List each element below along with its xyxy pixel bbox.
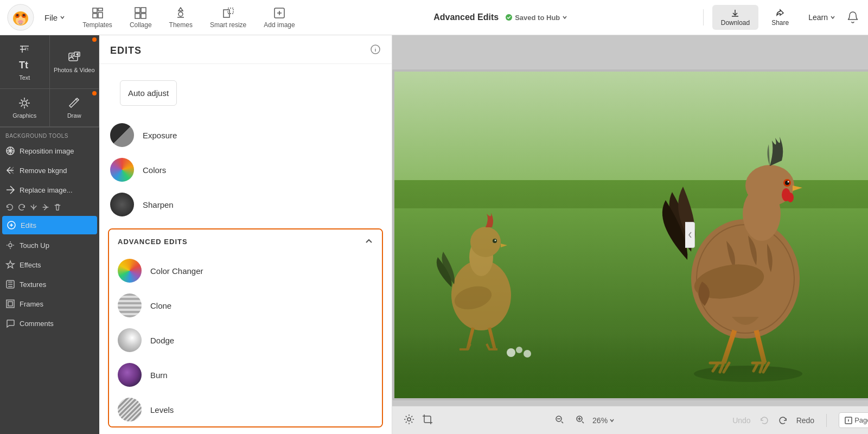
clone-item[interactable]: Clone — [109, 288, 382, 323]
collage-tool[interactable]: Collage — [122, 3, 159, 32]
burn-icon — [118, 363, 142, 387]
redo-icon[interactable] — [778, 416, 788, 425]
burn-item[interactable]: Burn — [109, 358, 382, 392]
grass-overlay — [394, 333, 868, 398]
sharpen-icon — [110, 193, 134, 216]
svg-point-26 — [22, 101, 27, 105]
svg-rect-31 — [7, 300, 14, 308]
sidebar-item-replace-image[interactable]: Replace image... — [0, 180, 99, 200]
sidebar-item-reposition[interactable]: Reposition image — [0, 141, 99, 161]
pages-button[interactable]: Pages — [839, 412, 868, 428]
curves-item[interactable]: Curves — [109, 427, 382, 427]
exposure-icon — [110, 123, 134, 147]
smart-resize-tool[interactable]: Smart resize — [202, 3, 254, 32]
svg-rect-14 — [135, 14, 140, 18]
color-changer-icon — [118, 259, 142, 283]
canvas-toolbar: 26% Undo Redo Pages — [392, 406, 868, 434]
svg-rect-15 — [141, 14, 146, 18]
svg-point-5 — [16, 14, 18, 16]
redo-transform-icon[interactable] — [17, 203, 26, 212]
delete-icon[interactable] — [53, 203, 62, 212]
svg-rect-8 — [93, 8, 97, 12]
templates-tool[interactable]: Templates — [75, 3, 120, 32]
saved-badge[interactable]: Saved to Hub — [505, 14, 567, 22]
sidebar-item-comments[interactable]: Comments — [0, 314, 99, 333]
levels-icon — [118, 398, 142, 422]
sidebar-tool-photos[interactable]: Photos & Video — [50, 35, 100, 89]
sidebar-tool-graphics[interactable]: Graphics — [0, 89, 50, 127]
color-changer-item[interactable]: Color Changer — [109, 253, 382, 288]
advanced-edits-header[interactable]: ADVANCED EDITS — [109, 229, 382, 253]
chicken-scene — [394, 72, 868, 398]
sidebar-item-edits[interactable]: Edits — [2, 216, 97, 234]
svg-point-7 — [18, 20, 23, 23]
svg-point-57 — [524, 350, 531, 358]
chevron-up-icon — [365, 237, 373, 246]
dodge-icon — [118, 328, 142, 352]
sidebar-item-remove-bkgnd[interactable]: Remove bkgnd — [0, 161, 99, 180]
topbar: File Templates Collage Themes Smart resi… — [0, 0, 868, 35]
dodge-item[interactable]: Dodge — [109, 323, 382, 358]
svg-rect-10 — [98, 12, 103, 18]
svg-rect-11 — [93, 14, 97, 18]
exposure-item[interactable]: Exposure — [99, 118, 392, 152]
undo-icon[interactable] — [760, 416, 769, 425]
file-menu[interactable]: File — [39, 10, 71, 25]
svg-rect-12 — [135, 8, 140, 12]
nav-tools: Templates Collage Themes Smart resize Ad… — [75, 3, 303, 32]
left-sidebar: Tt Tt Text Photos & Video Graphics Draw — [0, 35, 99, 434]
info-button[interactable] — [370, 44, 381, 57]
share-button[interactable]: Share — [763, 5, 797, 30]
canvas-area: 26% Undo Redo Pages — [392, 35, 868, 434]
canvas-settings-button[interactable] — [403, 413, 415, 427]
canvas-image — [392, 69, 868, 400]
svg-point-51 — [788, 181, 789, 182]
sidebar-item-frames[interactable]: Frames — [0, 294, 99, 314]
auto-adjust-button[interactable]: Auto adjust — [120, 80, 177, 106]
svg-point-38 — [495, 239, 496, 241]
svg-point-55 — [507, 348, 515, 357]
svg-point-58 — [407, 418, 411, 421]
download-button[interactable]: Download — [712, 5, 758, 30]
svg-text:Tt: Tt — [24, 47, 29, 52]
svg-point-29 — [9, 244, 12, 247]
collapse-panel-button[interactable] — [685, 222, 695, 248]
bell-icon[interactable] — [846, 10, 861, 25]
add-image-tool[interactable]: Add image — [256, 3, 302, 32]
logo[interactable] — [7, 3, 35, 31]
svg-rect-9 — [98, 8, 103, 11]
sidebar-item-textures[interactable]: Textures — [0, 275, 99, 294]
colors-icon — [110, 158, 134, 182]
center-title: Advanced Edits Saved to Hub — [303, 12, 699, 22]
sharpen-item[interactable]: Sharpen — [99, 187, 392, 222]
flip-v-icon[interactable] — [41, 203, 50, 212]
learn-button[interactable]: Learn — [802, 10, 842, 25]
flip-h-icon[interactable] — [29, 203, 38, 212]
svg-point-48 — [787, 193, 794, 202]
transform-icons — [0, 200, 99, 215]
svg-text:Tt: Tt — [19, 60, 28, 71]
right-actions: Download Share Learn — [699, 5, 861, 30]
sidebar-item-effects[interactable]: Effects — [0, 255, 99, 275]
edits-panel: EDITS Auto adjust Exposure Colors Sharpe… — [99, 35, 392, 434]
sidebar-item-touch-up[interactable]: Touch Up — [0, 235, 99, 255]
advanced-edits-section: ADVANCED EDITS Color Changer Clone Dodge — [108, 228, 383, 427]
levels-item[interactable]: Levels — [109, 392, 382, 427]
svg-point-56 — [516, 347, 522, 353]
sidebar-tool-draw[interactable]: Draw — [50, 89, 100, 127]
colors-item[interactable]: Colors — [99, 152, 392, 187]
svg-point-16 — [178, 12, 183, 16]
clone-icon — [118, 293, 142, 317]
themes-tool[interactable]: Themes — [162, 3, 200, 32]
zoom-in-button[interactable] — [572, 412, 588, 429]
main-content: Tt Tt Text Photos & Video Graphics Draw — [0, 35, 868, 434]
svg-rect-32 — [8, 302, 12, 306]
svg-rect-13 — [141, 8, 146, 12]
auto-adjust-container: Auto adjust — [109, 72, 382, 114]
zoom-level[interactable]: 26% — [592, 416, 615, 425]
undo-transform-icon[interactable] — [5, 203, 14, 212]
canvas-crop-button[interactable] — [422, 413, 433, 427]
svg-point-6 — [23, 14, 25, 16]
sidebar-tool-text[interactable]: Tt Tt Text — [0, 35, 50, 89]
zoom-out-button[interactable] — [551, 412, 567, 429]
